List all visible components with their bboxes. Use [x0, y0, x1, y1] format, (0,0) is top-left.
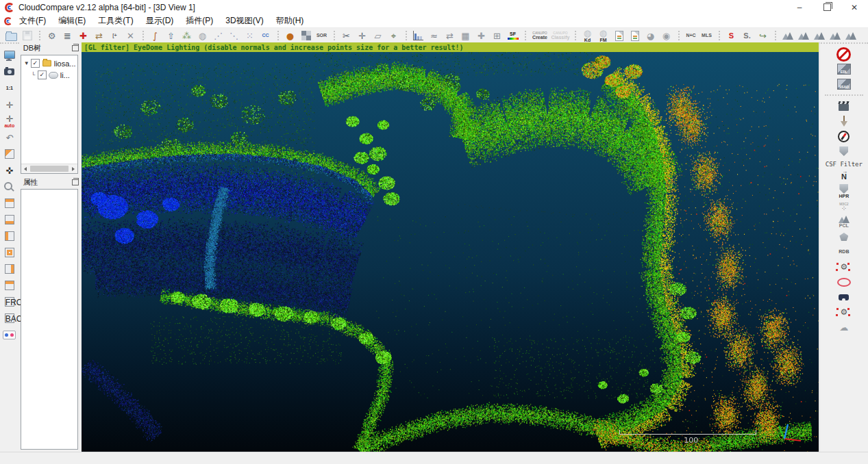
point-list-picking-icon[interactable]: ✚: [75, 29, 91, 43]
sample-points-icon[interactable]: ◍: [195, 29, 210, 43]
vr-plugin-icon[interactable]: [834, 289, 854, 305]
view-bottom-icon[interactable]: [1, 211, 18, 228]
m3c2-plugin-icon[interactable]: M3C2⁘: [834, 199, 854, 214]
hough-normals-icon[interactable]: N: [834, 169, 854, 184]
segment-scissors-icon[interactable]: ✂: [338, 29, 354, 43]
console-list-icon[interactable]: ≣: [60, 29, 75, 43]
sra-plugin-icon[interactable]: [834, 274, 854, 289]
view-iso-front-icon[interactable]: FRONT: [1, 294, 18, 310]
doc-export-1-icon[interactable]: [611, 29, 627, 43]
clone-icon[interactable]: ⇄: [91, 29, 107, 43]
mesh-globe-icon[interactable]: ◉: [658, 29, 674, 43]
display-options-icon[interactable]: [1, 47, 18, 64]
rasterize-icon[interactable]: [298, 29, 314, 43]
sf-min-max-icon[interactable]: ⇄: [442, 29, 458, 43]
auto-pivot-icon[interactable]: ✛auto: [1, 113, 18, 129]
zoom-magnifier-icon[interactable]: [1, 179, 18, 195]
view-top-icon[interactable]: [1, 195, 18, 211]
pick-point-icon[interactable]: ⌖: [386, 29, 401, 43]
sf-add-icon[interactable]: ✚: [473, 29, 489, 43]
normals-curvature-icon[interactable]: N+C: [683, 29, 699, 43]
close-button[interactable]: ✕: [841, 0, 868, 14]
save-icon[interactable]: [19, 29, 35, 43]
visibility-checkbox[interactable]: ✓: [31, 59, 40, 68]
facets-pie-icon[interactable]: ◕: [643, 29, 658, 43]
align-point-pairs-icon[interactable]: CC: [258, 29, 273, 43]
plugin-mountain-2-icon[interactable]: [795, 29, 811, 43]
kd-tree-icon[interactable]: ◍Kd: [580, 29, 595, 43]
float-panel-icon[interactable]: [72, 179, 79, 185]
plugin-mountain-5-icon[interactable]: [843, 29, 858, 43]
menu-3dv[interactable]: 3D视图(V): [219, 14, 269, 28]
s-points-icon[interactable]: S.: [739, 29, 755, 43]
point-cloud-canvas[interactable]: [82, 42, 819, 452]
canupo-classify-icon[interactable]: CANUPOClassify: [550, 29, 571, 43]
restore-button[interactable]: [813, 0, 841, 14]
plugin-mountain-3-icon[interactable]: [811, 29, 827, 43]
open-icon[interactable]: [3, 29, 19, 43]
scroll-left-icon[interactable]: [21, 165, 29, 173]
menu-f[interactable]: 文件(F): [13, 14, 52, 28]
translate-rotate-icon[interactable]: ✛: [354, 29, 370, 43]
minimize-button[interactable]: –: [786, 0, 813, 14]
export-plugin-icon[interactable]: ↪: [755, 29, 771, 43]
cross-section-box-icon[interactable]: ▱: [370, 29, 386, 43]
perspective-cube-icon[interactable]: [1, 146, 18, 162]
view-back-icon[interactable]: [1, 277, 18, 294]
pcl-plugin-icon[interactable]: PCL: [834, 214, 854, 229]
view-front-icon[interactable]: [1, 244, 18, 261]
menu-h[interactable]: 帮助(H): [270, 14, 310, 28]
interactive-transform-icon[interactable]: ●: [282, 29, 298, 43]
octree-icon[interactable]: ⁂: [179, 29, 195, 43]
set-pivot-icon[interactable]: ✛: [1, 96, 18, 113]
fit-curve-icon[interactable]: ≈: [426, 29, 442, 43]
disable-gl-filter-icon[interactable]: [834, 47, 854, 62]
segmenter-plugin-icon[interactable]: ⚙: [834, 305, 854, 320]
fast-marching-icon[interactable]: ◍FM: [595, 29, 611, 43]
subsample-icon[interactable]: ⋰: [210, 29, 226, 43]
animation-plugin-icon[interactable]: [834, 99, 854, 114]
csf-curve-icon[interactable]: S: [723, 29, 739, 43]
view-iso-back-icon[interactable]: BACK: [1, 310, 18, 326]
tree-item[interactable]: └✓li...: [21, 69, 77, 81]
mls-smoothing-icon[interactable]: MLS: [699, 29, 715, 43]
stereo-glasses-icon[interactable]: [1, 326, 18, 343]
screenshot-camera-icon[interactable]: [1, 64, 18, 80]
plugin-mountain-4-icon[interactable]: [827, 29, 843, 43]
sf-color-scale-icon[interactable]: SF: [505, 29, 521, 43]
scroll-thumb[interactable]: [30, 166, 69, 172]
sf-grid-icon[interactable]: ▦: [458, 29, 473, 43]
zoom-1-1-icon[interactable]: 1:1: [1, 80, 18, 96]
extract-sections-icon[interactable]: ⋱: [226, 29, 242, 43]
interpolate-icon[interactable]: ⁙: [242, 29, 258, 43]
compass-plugin-icon[interactable]: [834, 129, 854, 144]
global-shift-icon[interactable]: ⚙: [44, 29, 60, 43]
tree-item[interactable]: ▼✓liosa...: [21, 57, 77, 69]
histogram-icon[interactable]: [410, 29, 426, 43]
rotate-camera-icon[interactable]: ↶: [1, 129, 18, 146]
cloudlayers-plugin-icon[interactable]: ☁: [834, 320, 854, 335]
viewport-3d[interactable]: [GL filter] EyeDome Lighting (disable no…: [82, 42, 819, 452]
merge-icon[interactable]: [+: [107, 29, 123, 43]
db-tree-hscrollbar[interactable]: [21, 164, 77, 173]
menu-t[interactable]: 工具类(T): [92, 14, 139, 28]
scroll-right-icon[interactable]: [69, 165, 77, 173]
rdb-plugin-icon[interactable]: RDB: [834, 244, 854, 259]
mdi-child-icon[interactable]: [4, 17, 12, 25]
delete-icon[interactable]: ✕: [123, 29, 138, 43]
view-left-icon[interactable]: [1, 228, 18, 244]
pan-mode-icon[interactable]: ✜: [1, 162, 18, 179]
visibility-checkbox[interactable]: ✓: [38, 70, 47, 79]
facets-plugin-icon[interactable]: [834, 229, 854, 244]
menu-d[interactable]: 显示(D): [140, 14, 180, 28]
compute-normals-icon[interactable]: ⇧: [163, 29, 179, 43]
canupo-create-icon[interactable]: CANUPOCreate: [530, 29, 550, 43]
ssao-filter-icon[interactable]: SSAO: [834, 77, 854, 92]
menu-p[interactable]: 插件(P): [179, 14, 219, 28]
plugin-mountain-1-icon[interactable]: [780, 29, 795, 43]
trace-polyline-icon[interactable]: ∫: [147, 29, 163, 43]
ransac-plugin-icon[interactable]: ⚙: [834, 259, 854, 274]
csf-plugin-icon[interactable]: [834, 144, 854, 159]
sor-filter-icon[interactable]: SOR: [314, 29, 330, 43]
sf-calculator-icon[interactable]: ⊞: [489, 29, 505, 43]
